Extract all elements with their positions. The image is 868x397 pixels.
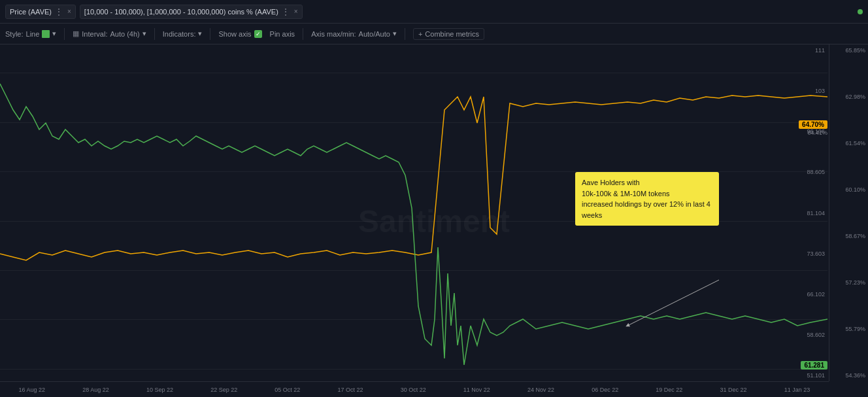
annotation-line2: 10k-100k & 1M-10M tokens <box>582 188 712 199</box>
pin-axis-label: Pin axis <box>270 30 295 38</box>
y-left-label-51: 51.101 <box>800 372 825 379</box>
combine-metrics-button[interactable]: + Combine metrics <box>413 28 484 40</box>
x-label-dec19: 19 Dec 22 <box>656 387 682 393</box>
y-axis-right: 65.85% 62.98% 61.54% 60.10% 58.67% 57.23… <box>829 44 868 381</box>
divider5 <box>405 28 405 40</box>
indicators-label: Indicators: <box>163 30 196 38</box>
metric1-menu[interactable]: ⋮ <box>54 7 63 17</box>
axis-maxmin-value: Auto/Auto <box>359 30 390 38</box>
x-label-aug28: 28 Aug 22 <box>82 387 109 393</box>
annotation-box: Aave Holders with 10k-100k & 1M-10M toke… <box>575 172 719 226</box>
y-left-label-88: 88.605 <box>800 169 825 175</box>
y-right-label-6585: 65.85% <box>832 47 865 54</box>
y-left-label-81: 81.104 <box>800 210 825 216</box>
top-bar: Price (AAVE) ⋮ × [10,000 - 100,000), [1,… <box>0 0 868 24</box>
y-right-label-6010: 60.10% <box>832 186 865 193</box>
x-label-aug16: 16 Aug 22 <box>19 387 46 393</box>
divider1 <box>64 28 65 40</box>
style-value: Line <box>26 30 40 38</box>
axis-maxmin-chevron[interactable]: ▾ <box>393 29 397 38</box>
divider4 <box>303 28 303 40</box>
annotation-line3: increased holdings by over 12% in last 4… <box>582 199 712 220</box>
x-label-dec31: 31 Dec 22 <box>720 387 747 393</box>
x-axis: 16 Aug 22 28 Aug 22 10 Sep 22 22 Sep 22 … <box>0 381 829 397</box>
interval-selector[interactable]: ▦ Interval: Auto (4h) ▾ <box>73 29 146 38</box>
y-left-label-111: 111 <box>800 47 825 54</box>
show-axis-label: Show axis <box>218 30 251 38</box>
metric1-tag[interactable]: Price (AAVE) ⋮ × <box>5 5 76 19</box>
metric1-label: Price (AAVE) <box>10 8 52 16</box>
metric1-close[interactable]: × <box>67 8 71 15</box>
style-label: Style: <box>5 30 24 38</box>
style-selector[interactable]: Style: Line ▾ <box>5 29 56 38</box>
divider3 <box>210 28 210 40</box>
y-right-label-5723: 57.23% <box>832 279 865 286</box>
axis-maxmin-selector[interactable]: Axis max/min: Auto/Auto ▾ <box>311 29 397 38</box>
pin-axis-toggle[interactable]: Pin axis <box>270 30 295 38</box>
show-axis-checkbox[interactable]: ✓ <box>254 30 262 38</box>
x-label-jan11: 11 Jan 23 <box>784 387 810 393</box>
indicators-chevron[interactable]: ▾ <box>198 29 202 38</box>
x-label-nov11: 11 Nov 22 <box>463 387 490 393</box>
interval-chevron[interactable]: ▾ <box>142 29 146 38</box>
y-left-label-96: 96.106 <box>800 128 825 135</box>
divider2 <box>154 28 155 40</box>
x-label-oct05: 05 Oct 22 <box>275 387 300 393</box>
y-right-label-5579: 55.79% <box>832 326 865 332</box>
metric2-menu[interactable]: ⋮ <box>281 7 290 17</box>
y-axis-left: 111 103 96.106 88.605 81.104 73.603 66.1… <box>797 44 827 381</box>
x-label-sep10: 10 Sep 22 <box>146 387 173 393</box>
toolbar: Style: Line ▾ ▦ Interval: Auto (4h) ▾ In… <box>0 24 868 44</box>
y-left-label-58: 58.602 <box>800 332 825 338</box>
interval-label: Interval: <box>82 30 107 38</box>
y-left-label-66: 66.102 <box>800 291 825 298</box>
y-right-label-6154: 61.54% <box>832 140 865 147</box>
axis-maxmin-label: Axis max/min: <box>311 30 356 38</box>
status-dot <box>858 9 863 14</box>
x-label-oct30: 30 Oct 22 <box>401 387 426 393</box>
style-chevron[interactable]: ▾ <box>52 29 56 38</box>
color-swatch[interactable] <box>42 30 50 38</box>
interval-value: Auto (4h) <box>110 30 139 38</box>
metric2-label: [10,000 - 100,000), [1,000,000 - 10,000,… <box>84 8 278 16</box>
show-axis-toggle[interactable]: Show axis ✓ <box>218 30 261 38</box>
metric2-close[interactable]: × <box>294 8 298 15</box>
chart-container: Santiment Aave Holders with 10k-100k & 1… <box>0 44 868 397</box>
y-right-label-6298: 62.98% <box>832 94 865 100</box>
x-label-oct17: 17 Oct 22 <box>337 387 363 393</box>
interval-icon: ▦ <box>73 29 79 38</box>
annotation-line1: Aave Holders with <box>582 177 712 188</box>
x-label-sep22: 22 Sep 22 <box>210 387 237 393</box>
y-right-label-5867: 58.67% <box>832 233 865 239</box>
x-label-dec06: 06 Dec 22 <box>592 387 618 393</box>
metric2-tag[interactable]: [10,000 - 100,000), [1,000,000 - 10,000,… <box>80 5 303 19</box>
x-label-nov24: 24 Nov 22 <box>527 387 554 393</box>
combine-label: Combine metrics <box>425 30 479 38</box>
annotation-arrow <box>627 280 719 326</box>
combine-plus-icon: + <box>418 30 422 38</box>
y-right-label-5436: 54.36% <box>832 372 865 379</box>
y-left-label-103: 103 <box>800 88 825 94</box>
y-left-label-73: 73.603 <box>800 250 825 257</box>
indicators-selector[interactable]: Indicators: ▾ <box>163 29 203 38</box>
